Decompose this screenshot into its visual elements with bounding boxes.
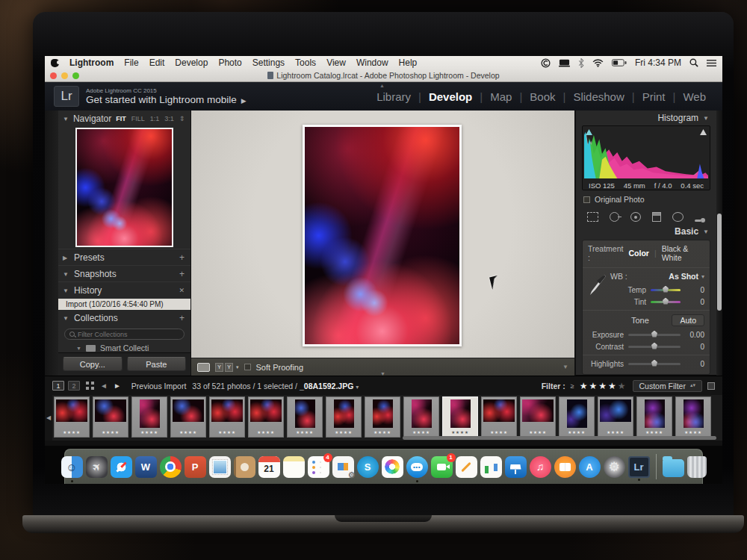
filmstrip-thumbnail-6[interactable]: ★★★★ [248, 396, 284, 438]
highlight-clipping-icon[interactable] [699, 128, 707, 136]
filmstrip-thumbnail-1[interactable]: ★★★★ [54, 396, 90, 438]
filter-star-1[interactable]: ★ [580, 381, 589, 391]
menu-view[interactable]: View [326, 57, 346, 68]
dock-icon-safari[interactable] [111, 456, 132, 478]
clear-history-icon[interactable]: ✕ [179, 287, 185, 294]
crop-overlay-icon[interactable] [587, 212, 598, 222]
navigator-zoom-3-1[interactable]: 3:1 [164, 115, 174, 122]
paste-settings-button[interactable]: Paste [127, 357, 187, 371]
module-tab-web[interactable]: Web [675, 90, 713, 103]
creative-cloud-icon[interactable] [541, 58, 551, 68]
apple-menu-icon[interactable] [51, 59, 59, 67]
filmstrip-thumbnail-4[interactable]: ★★★★ [170, 396, 206, 438]
dock-icon-keynote[interactable] [505, 456, 527, 478]
filmstrip-status[interactable]: 33 of 521 photos / 1 selected / _08A1592… [192, 382, 359, 391]
bluetooth-icon[interactable] [578, 58, 584, 68]
dock-icon-mail[interactable] [209, 456, 231, 478]
menu-develop[interactable]: Develop [175, 57, 208, 68]
lightroom-mobile-promo[interactable]: Get started with Lightroom mobile▶ [86, 94, 247, 105]
dock-icon-chrome[interactable] [160, 456, 182, 478]
dock-icon-skype[interactable]: S [357, 456, 379, 478]
menu-tools[interactable]: Tools [295, 57, 316, 68]
filter-star-5[interactable]: ★ [618, 381, 627, 391]
histogram-header[interactable]: Histogram ▼ [576, 111, 716, 125]
presets-section-header[interactable]: ▶ Presets + [58, 249, 190, 265]
dock-icon-app-store[interactable]: A [579, 456, 601, 478]
module-tab-print[interactable]: Print [635, 90, 673, 103]
loupe-view-icon[interactable] [197, 363, 210, 372]
copy-settings-button[interactable]: Copy... [63, 357, 123, 371]
dock-icon-system-preferences[interactable]: ⚙ [604, 456, 625, 478]
next-photo-icon[interactable]: ► [114, 382, 121, 390]
filter-star-4[interactable]: ★ [608, 381, 618, 391]
dock-icon-finder[interactable]: ☺ [61, 456, 83, 478]
contrast-slider[interactable] [628, 346, 681, 348]
basic-panel-header[interactable]: Basic ▼ [576, 226, 716, 238]
treatment-bw-option[interactable]: Black & White [662, 244, 704, 262]
filter-star-3[interactable]: ★ [598, 381, 608, 391]
filmstrip-scroll-left-icon[interactable]: ◀ [45, 395, 52, 441]
filter-star-2[interactable]: ★ [589, 381, 598, 391]
dock-icon-notes[interactable] [283, 456, 305, 478]
dock-icon-messages[interactable]: ••• [406, 456, 428, 478]
treatment-color-option[interactable]: Color [628, 249, 648, 258]
right-panel-scrollbar[interactable] [717, 214, 722, 311]
highlights-slider[interactable] [628, 363, 681, 365]
tint-slider-knob[interactable] [663, 298, 669, 305]
wb-eyedropper-icon[interactable] [589, 273, 606, 296]
collections-filter-box[interactable] [64, 329, 185, 340]
graduated-filter-icon[interactable] [652, 212, 661, 222]
temp-slider[interactable] [651, 289, 681, 291]
wifi-icon[interactable] [592, 59, 604, 67]
before-after-left-icon[interactable]: Y [215, 363, 223, 372]
spot-removal-icon[interactable] [610, 212, 619, 222]
rating-filter-stars[interactable]: ★★★★★ [580, 381, 627, 391]
filmstrip-thumbnail-9[interactable]: ★★★★ [365, 396, 400, 438]
filmstrip-thumbnail-16[interactable]: ★★★★ [636, 396, 672, 438]
exposure-slider-knob[interactable] [651, 331, 657, 337]
snapshots-section-header[interactable]: ▼ Snapshots + [58, 266, 190, 281]
custom-filter-dropdown[interactable]: Custom Filter ▴▾ [633, 380, 702, 392]
history-item-import[interactable]: Import (10/20/16 4:54:40 PM) [58, 299, 190, 310]
filmstrip-thumbnail-11-selected[interactable]: ★★★★ [442, 396, 478, 438]
top-panel-collapse-icon[interactable]: ▲ [379, 83, 385, 88]
filmstrip-thumbnail-12[interactable]: ★★★★ [481, 396, 517, 438]
create-preset-icon[interactable]: + [179, 252, 185, 263]
module-tab-slideshow[interactable]: Slideshow [565, 90, 631, 103]
dock-icon-trash[interactable] [687, 456, 707, 478]
menu-settings[interactable]: Settings [252, 57, 285, 68]
bottom-panel-collapse-icon[interactable]: ▼ [380, 371, 385, 376]
red-eye-correction-icon[interactable] [630, 212, 641, 222]
dock-icon-print-utility[interactable] [332, 456, 354, 478]
menu-help[interactable]: Help [399, 57, 418, 68]
navigator-preview[interactable] [75, 128, 173, 247]
menu-edit[interactable]: Edit [149, 57, 165, 68]
wb-value[interactable]: As Shot [669, 272, 698, 281]
navigator-header[interactable]: ▼ Navigator FITFILL1:13:1⇕ [58, 111, 190, 126]
soft-proofing-checkbox[interactable] [244, 364, 251, 370]
module-tab-map[interactable]: Map [483, 90, 519, 103]
filmstrip-thumbnail-8[interactable]: ★★★★ [326, 396, 362, 438]
menu-lightroom[interactable]: Lightroom [69, 57, 114, 68]
shadow-clipping-icon[interactable] [585, 128, 593, 136]
filmstrip-source-label[interactable]: Previous Import [131, 382, 187, 391]
grid-view-icon[interactable] [86, 382, 94, 390]
dock-icon-photos[interactable] [382, 456, 403, 478]
histogram[interactable]: ISO 125 45 mm f / 4.0 0.4 sec [582, 125, 710, 190]
filmstrip-thumbnail-15[interactable]: ★★★★ [598, 396, 633, 438]
create-collection-icon[interactable]: + [179, 313, 185, 323]
dock-icon-pages[interactable] [456, 456, 477, 478]
dock-icon-itunes[interactable]: ♫ [530, 456, 551, 478]
dock-icon-folder[interactable] [663, 459, 684, 477]
menu-file[interactable]: File [124, 57, 138, 68]
module-tab-develop[interactable]: Develop [421, 90, 480, 103]
collections-filter-input[interactable] [78, 331, 179, 338]
filmstrip-thumbnail-14[interactable]: ★★★★ [559, 396, 595, 438]
screen-1-button[interactable]: 1 [52, 381, 64, 391]
navigator-zoom-swap-icon[interactable]: ⇕ [179, 115, 185, 122]
dock-icon-word[interactable]: W [135, 456, 157, 478]
toolbar-options-icon[interactable]: ▼ [562, 364, 568, 370]
search-icon[interactable] [689, 58, 698, 67]
active-photo[interactable] [303, 125, 462, 346]
exposure-slider[interactable] [628, 334, 681, 336]
